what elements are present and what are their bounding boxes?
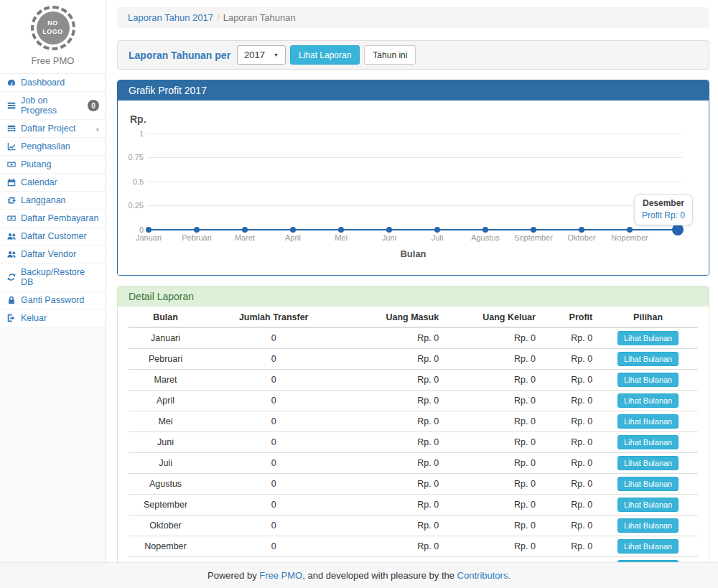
brand-name: Free PMO — [0, 55, 106, 66]
chart-x-tick: September — [514, 233, 553, 242]
column-header-uang-keluar: Uang Keluar — [444, 308, 541, 327]
column-header-bulan: Bulan — [129, 308, 202, 327]
lihat-bulanan-button-september[interactable]: Lihat Bulanan — [617, 498, 679, 512]
detail-laporan-panel: Detail Laporan Bulan Jumlah Transfer Uan… — [117, 286, 709, 562]
month-cell: Nopember — [129, 536, 202, 557]
chart-y-tick: 0.5 — [133, 177, 144, 186]
chart-x-tick: Agustus — [471, 233, 500, 242]
data-point-januari — [146, 227, 151, 233]
uang-masuk-cell: Rp. 0 — [345, 474, 444, 495]
sidebar-item-langganan[interactable]: Langganan — [0, 192, 106, 210]
profit-chart-panel: Grafik Profit 2017 Rp.00.250.50.751Janua… — [117, 80, 709, 276]
uang-keluar-cell: Rp. 0 — [444, 391, 541, 411]
sidebar-item-daftar-customer[interactable]: Daftar Customer — [0, 228, 106, 246]
year-select-value: 2017 — [244, 50, 265, 60]
uang-masuk-cell: Rp. 0 — [345, 411, 444, 432]
sidebar-item-label: Daftar Customer — [21, 231, 87, 241]
uang-keluar-cell: Rp. 0 — [444, 495, 541, 515]
sidebar-item-ganti-password[interactable]: Ganti Password — [0, 291, 106, 309]
uang-masuk-cell: Rp. 0 — [345, 557, 444, 563]
app-window: NO LOGO Free PMO DashboardJob on Progres… — [0, 0, 718, 562]
sidebar-item-backup-restore-db[interactable]: Backup/Restore DB — [0, 263, 106, 291]
sidebar-item-daftar-pembayaran[interactable]: Daftar Pembayaran — [0, 210, 106, 228]
month-cell: April — [129, 391, 202, 411]
lihat-bulanan-button-april[interactable]: Lihat Bulanan — [617, 393, 679, 408]
month-cell: Agustus — [129, 474, 202, 495]
sidebar-item-daftar-vendor[interactable]: Daftar Vendor — [0, 246, 106, 263]
month-cell: Juli — [129, 453, 202, 474]
jumlah-transfer-cell: 0 — [202, 349, 345, 370]
lihat-bulanan-button-juli[interactable]: Lihat Bulanan — [617, 456, 679, 470]
profit-cell: Rp. 0 — [541, 453, 598, 474]
caret-down-icon: ▼ — [274, 52, 279, 57]
month-cell: Januari — [129, 327, 202, 349]
chart-panel-title: Grafik Profit 2017 — [118, 80, 709, 101]
free-pmo-link[interactable]: Free PMO — [259, 570, 302, 581]
sidebar-item-job-on-progress[interactable]: Job on Progress0 — [0, 92, 106, 120]
lihat-bulanan-button-pebruari[interactable]: Lihat Bulanan — [617, 352, 679, 366]
line-chart-icon — [6, 141, 17, 151]
logo-text-line1: NO — [47, 19, 58, 28]
uang-masuk-cell: Rp. 0 — [345, 495, 444, 515]
users-icon — [6, 231, 17, 241]
data-point-juli — [434, 227, 440, 233]
sidebar-item-dashboard[interactable]: Dashboard — [0, 74, 106, 92]
month-cell: Pebruari — [129, 349, 202, 370]
profit-cell: Rp. 0 — [541, 557, 598, 563]
chart-x-tick: Pebruari — [182, 233, 212, 242]
chart-x-tick: Juni — [382, 233, 396, 242]
jumlah-transfer-cell: 0 — [202, 432, 345, 453]
lihat-bulanan-button-januari[interactable]: Lihat Bulanan — [617, 331, 679, 345]
lihat-bulanan-button-nopember[interactable]: Lihat Bulanan — [617, 539, 679, 554]
uang-masuk-cell: Rp. 0 — [345, 515, 444, 536]
breadcrumb-current: Laporan Tahunan — [223, 12, 296, 23]
month-cell: Desember — [129, 557, 202, 563]
retweet-icon — [6, 195, 17, 205]
sidebar-item-keluar[interactable]: Keluar — [0, 309, 106, 327]
profit-cell: Rp. 0 — [541, 474, 598, 495]
lihat-bulanan-button-oktober[interactable]: Lihat Bulanan — [617, 518, 679, 533]
sidebar-item-calendar[interactable]: Calendar — [0, 174, 106, 192]
lihat-bulanan-button-mei[interactable]: Lihat Bulanan — [617, 414, 679, 429]
sidebar-item-daftar-project[interactable]: Daftar Project‹ — [0, 120, 106, 138]
uang-masuk-cell: Rp. 0 — [345, 370, 444, 391]
profit-cell: Rp. 0 — [541, 536, 598, 557]
lock-icon — [6, 295, 17, 305]
jumlah-transfer-cell: 0 — [202, 391, 345, 411]
jumlah-transfer-cell: 0 — [202, 327, 345, 349]
lihat-bulanan-button-agustus[interactable]: Lihat Bulanan — [617, 477, 679, 491]
lihat-laporan-button[interactable]: Lihat Laporan — [290, 45, 360, 65]
table-row-mei: Mei0Rp. 0Rp. 0Rp. 0Lihat Bulanan — [129, 411, 698, 432]
table-row-nopember: Nopember0Rp. 0Rp. 0Rp. 0Lihat Bulanan — [129, 536, 698, 557]
year-select[interactable]: 2017 ▼ — [237, 45, 286, 65]
detail-laporan-table: Bulan Jumlah Transfer Uang Masuk Uang Ke… — [129, 308, 698, 562]
lihat-bulanan-button-desember[interactable]: Lihat Bulanan — [617, 560, 679, 562]
chart-y-axis-label: Rp. — [130, 113, 146, 125]
data-point-oktober — [579, 227, 584, 233]
sidebar-item-piutang[interactable]: Piutang — [0, 156, 106, 174]
month-cell: Maret — [129, 370, 202, 391]
breadcrumb-link-laporan-tahun[interactable]: Laporan Tahun 2017 — [128, 12, 213, 23]
sidebar-item-label: Langganan — [21, 195, 66, 205]
chart-y-tick: 0.25 — [129, 201, 144, 210]
lihat-bulanan-button-juni[interactable]: Lihat Bulanan — [617, 435, 679, 449]
breadcrumb-separator: / — [217, 12, 220, 23]
jumlah-transfer-cell: 0 — [202, 370, 345, 391]
footer-text-middle: , and developed with pleasure by the — [302, 570, 457, 581]
contributors-link[interactable]: Contributors. — [457, 570, 510, 581]
table-header-row: Bulan Jumlah Transfer Uang Masuk Uang Ke… — [129, 308, 698, 327]
column-header-uang-masuk: Uang Masuk — [345, 308, 444, 327]
sidebar-item-penghasilan[interactable]: Penghasilan — [0, 138, 106, 156]
jumlah-transfer-cell: 0 — [202, 536, 345, 557]
jumlah-transfer-cell: 0 — [202, 557, 345, 563]
lihat-bulanan-button-maret[interactable]: Lihat Bulanan — [617, 373, 679, 387]
data-point-mei — [338, 227, 344, 233]
tahun-ini-button[interactable]: Tahun ini — [364, 45, 416, 65]
main-content: Laporan Tahun 2017/Laporan Tahunan Lapor… — [106, 0, 718, 562]
uang-keluar-cell: Rp. 0 — [444, 370, 541, 391]
sidebar-item-label: Backup/Restore DB — [21, 267, 99, 287]
dashboard-icon — [6, 78, 17, 88]
calendar-icon — [6, 177, 17, 187]
sidebar-item-label: Daftar Pembayaran — [21, 213, 98, 223]
table-row-januari: Januari0Rp. 0Rp. 0Rp. 0Lihat Bulanan — [129, 327, 698, 349]
